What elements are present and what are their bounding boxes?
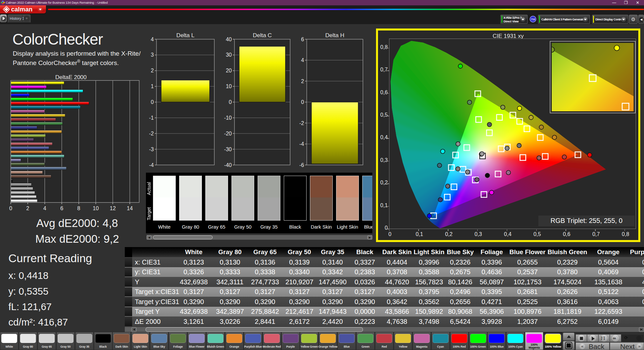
svg-text:0: 0 — [301, 99, 304, 105]
svg-text:0: 0 — [151, 99, 154, 105]
svg-text:4: 4 — [43, 206, 46, 211]
svg-text:3: 3 — [151, 52, 154, 58]
svg-text:4: 4 — [151, 37, 154, 42]
svg-text:1: 1 — [151, 83, 154, 89]
svg-text:4: 4 — [301, 57, 304, 63]
svg-text:-40: -40 — [224, 162, 232, 168]
svg-text:0: 0 — [229, 99, 232, 105]
svg-text:-2: -2 — [149, 131, 154, 136]
svg-text:Delta H: Delta H — [325, 32, 344, 39]
svg-text:-1: -1 — [149, 115, 154, 121]
svg-text:0: 0 — [9, 206, 12, 211]
svg-text:-4: -4 — [299, 141, 304, 147]
svg-text:2: 2 — [151, 68, 154, 73]
svg-text:-2: -2 — [299, 120, 304, 126]
svg-text:12: 12 — [110, 206, 116, 211]
svg-text:6: 6 — [60, 206, 63, 211]
svg-text:10: 10 — [226, 83, 232, 89]
svg-text:10: 10 — [93, 206, 99, 211]
svg-text:DeltaE 2000: DeltaE 2000 — [55, 74, 87, 80]
svg-text:14: 14 — [127, 206, 133, 211]
svg-text:2: 2 — [301, 78, 304, 84]
svg-text:6: 6 — [301, 37, 304, 42]
svg-text:Delta C: Delta C — [253, 32, 272, 39]
svg-text:30: 30 — [226, 52, 232, 58]
svg-text:20: 20 — [226, 68, 232, 73]
svg-text:Delta L: Delta L — [176, 32, 195, 39]
svg-text:-4: -4 — [149, 162, 154, 168]
svg-text:2: 2 — [26, 206, 29, 211]
svg-text:8: 8 — [77, 206, 80, 211]
svg-text:-20: -20 — [224, 131, 232, 136]
svg-text:-6: -6 — [299, 162, 304, 168]
svg-text:-3: -3 — [149, 147, 154, 152]
svg-text:40: 40 — [226, 37, 232, 42]
svg-text:-30: -30 — [224, 147, 232, 152]
svg-text:-10: -10 — [224, 115, 232, 121]
